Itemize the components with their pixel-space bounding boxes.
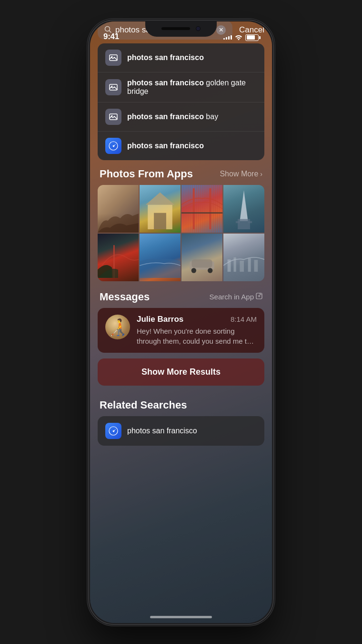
svg-rect-19 — [236, 221, 240, 223]
photo-cell-3[interactable] — [181, 185, 222, 233]
avatar: 🧑‍🦯 — [105, 315, 130, 339]
notch — [145, 20, 217, 37]
svg-rect-26 — [228, 259, 231, 272]
message-sender: Julie Barros — [137, 315, 183, 324]
messages-section: Messages Search in App — [90, 285, 272, 353]
svg-rect-18 — [238, 219, 250, 229]
photo-cell-5[interactable] — [98, 234, 139, 281]
svg-marker-17 — [240, 190, 248, 221]
phone-device: 9:41 — [88, 20, 274, 625]
suggestion-text-1: photos san francisco — [127, 53, 204, 62]
message-preview: Hey! When you're done sorting through th… — [137, 326, 257, 346]
svg-rect-20 — [248, 221, 252, 223]
message-content: Julie Barros 8:14 AM Hey! When you're do… — [137, 315, 257, 346]
content-wrapper: 9:41 — [90, 21, 272, 623]
battery-fill — [247, 35, 255, 40]
svg-marker-12 — [146, 192, 174, 204]
svg-rect-27 — [234, 257, 236, 272]
battery-icon — [245, 34, 259, 41]
related-safari-icon — [105, 423, 121, 439]
photo-cell-7[interactable] — [181, 234, 222, 281]
avatar-emoji: 🧑‍🦯 — [108, 319, 128, 335]
svg-rect-23 — [192, 259, 212, 267]
search-in-app-icon — [256, 293, 262, 301]
status-time: 9:41 — [103, 32, 119, 41]
messages-header: Messages Search in App — [90, 285, 272, 308]
speaker — [161, 27, 190, 30]
photo-cell-6[interactable] — [140, 234, 181, 281]
svg-rect-29 — [248, 258, 251, 271]
suggestion-item-3[interactable]: photos san francisco bay — [98, 102, 264, 132]
svg-rect-28 — [240, 260, 244, 271]
photo-cell-4[interactable] — [223, 185, 264, 233]
suggestion-text-4: photos san francisco — [127, 142, 204, 150]
show-more-results-text: Show More Results — [141, 367, 221, 377]
wifi-icon — [235, 34, 242, 41]
signal-bar-4 — [231, 35, 232, 40]
signal-bar-3 — [228, 36, 230, 40]
signal-icon — [223, 35, 232, 40]
related-item-text-1: photos san francisco — [127, 427, 197, 435]
suggestion-item-1[interactable]: photos san francisco — [98, 43, 264, 72]
photos-section-title: Photos From Apps — [100, 168, 193, 180]
volume-up-button[interactable] — [88, 154, 89, 192]
show-more-results-button[interactable]: Show More Results — [98, 358, 264, 386]
photos-suggestion-icon-3 — [105, 109, 121, 125]
silent-button — [88, 116, 89, 144]
photo-grid — [98, 185, 264, 281]
suggestion-item-2[interactable]: photos san francisco golden gate bridge — [98, 72, 264, 102]
suggestion-text-2: photos san francisco golden gate bridge — [127, 79, 257, 96]
signal-bar-1 — [223, 38, 225, 40]
search-in-app-button[interactable]: Search in App — [210, 293, 262, 301]
photo-cell-1[interactable] — [98, 185, 139, 233]
svg-point-24 — [191, 268, 196, 273]
related-item-1[interactable]: photos san francisco — [98, 416, 264, 446]
bottom-spacer — [90, 446, 272, 465]
message-top: Julie Barros 8:14 AM — [137, 315, 257, 324]
suggestion-text-3: photos san francisco bay — [127, 112, 218, 121]
photos-suggestion-icon-2 — [105, 79, 121, 95]
svg-rect-30 — [254, 260, 258, 272]
related-searches-title: Related Searches — [100, 399, 187, 411]
messages-title: Messages — [100, 291, 150, 303]
photo-cell-8[interactable] — [223, 234, 264, 281]
suggestions-list: photos san francisco photos san francisc… — [98, 43, 264, 160]
front-camera — [196, 26, 201, 31]
related-searches-header: Related Searches — [90, 391, 272, 416]
svg-rect-13 — [154, 213, 166, 229]
svg-point-25 — [208, 268, 212, 273]
message-card[interactable]: 🧑‍🦯 Julie Barros 8:14 AM Hey! When you'r… — [98, 308, 264, 353]
message-time: 8:14 AM — [231, 315, 257, 323]
suggestion-item-4[interactable]: photos san francisco — [98, 132, 264, 160]
show-more-button[interactable]: Show More › — [220, 170, 262, 178]
photo-cell-2[interactable] — [140, 185, 181, 233]
power-button[interactable] — [273, 164, 274, 221]
volume-down-button[interactable] — [88, 202, 89, 240]
screen: 9:41 — [90, 21, 272, 623]
photos-section-header: Photos From Apps Show More › — [90, 160, 272, 185]
safari-suggestion-icon — [105, 138, 121, 154]
chevron-right-icon: › — [260, 170, 262, 178]
photos-suggestion-icon-1 — [105, 50, 121, 66]
status-icons — [223, 34, 259, 41]
signal-bar-2 — [226, 37, 227, 40]
